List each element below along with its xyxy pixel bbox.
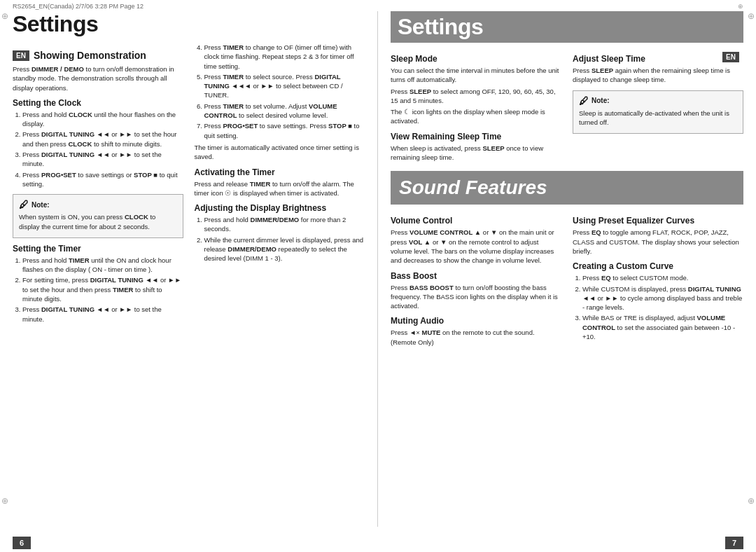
sound-features-title: Sound Features (399, 177, 547, 198)
main-columns: ⊕ Settings EN Showing Demonstration Pres… (0, 11, 756, 534)
note-sleep-text: Sleep is automatically de-activated when… (579, 109, 737, 127)
clock-step-4: Press PROG•SET to save settings or STOP … (22, 170, 183, 189)
adjust-sleep-header-row: Adjust Sleep Time EN (573, 48, 743, 66)
sleep-mode-title: Sleep Mode (391, 54, 561, 64)
adjust-sleep-body: Press SLEEP again when the remaining sle… (573, 66, 743, 85)
note-sleep-box: 🖊 Note: Sleep is automatically de-activa… (573, 90, 743, 134)
note-clock-box: 🖊 Note: When system is ON, you can press… (13, 194, 183, 238)
note-clock-text: When system is ON, you can press CLOCK t… (19, 212, 177, 231)
file-info: RS2654_EN(Canada) 2/7/06 3:28 PM Page 12 (13, 3, 144, 10)
activating-timer-title: Activating the Timer (195, 167, 365, 177)
volume-control-body: Press VOLUME CONTROL ▲ or ▼ on the main … (391, 228, 561, 265)
using-preset-eq-title: Using Preset Equalizer Curves (573, 216, 743, 226)
left-col: EN Showing Demonstration Press DIMMER / … (13, 43, 183, 326)
clock-step-3: Press DIGITAL TUNING ◄◄ or ►► to set the… (22, 150, 183, 169)
page-numbers: 6 7 (0, 534, 756, 552)
left-content-cols: EN Showing Demonstration Press DIMMER / … (13, 43, 365, 326)
creating-custom-curve-title: Creating a Custom Curve (573, 261, 743, 271)
meta-bar: RS2654_EN(Canada) 2/7/06 3:28 PM Page 12… (0, 0, 756, 11)
bass-boost-body: Press BASS BOOST to turn on/off boosting… (391, 283, 561, 311)
setting-timer-steps: Press and hold TIMER until the ON and cl… (13, 256, 183, 324)
note-icon: 🖊 (19, 199, 29, 210)
page-crosshair-top: ⊕ (738, 3, 743, 10)
timer-step-4: Press TIMER to change to OF (timer off t… (204, 43, 365, 71)
setting-clock-steps: Press and hold CLOCK until the hour flas… (13, 110, 183, 188)
clock-step-1: Press and hold CLOCK until the hour flas… (22, 110, 183, 129)
adjust-sleep-title: Adjust Sleep Time (573, 54, 645, 64)
timer-step-3: Press DIGITAL TUNING ◄◄ or ►► to set the… (22, 305, 183, 324)
clock-step-2: Press DIGITAL TUNING ◄◄ or ►► to set the… (22, 130, 183, 149)
sleep-mode-body2: Press SLEEP to select among OFF, 120, 90… (391, 87, 561, 106)
left-page: ⊕ Settings EN Showing Demonstration Pres… (7, 11, 378, 527)
setting-clock-title: Setting the Clock (13, 98, 183, 108)
note-sleep-title: Note: (592, 97, 610, 104)
setting-timer-title: Setting the Timer (13, 244, 183, 254)
timer-step-6: Press TIMER to set volume. Adjust VOLUME… (204, 102, 365, 120)
sound-features-cols: Volume Control Press VOLUME CONTROL ▲ or… (391, 210, 743, 349)
left-page-number: 6 (13, 537, 31, 549)
crosshair-bottom-right: ⊕ (748, 496, 755, 506)
right-page-number: 7 (725, 537, 743, 549)
bass-boost-title: Bass Boost (391, 271, 561, 281)
adjusting-brightness-title: Adjusting the Display Brightness (195, 203, 365, 213)
note-clock-title: Note: (31, 201, 50, 209)
timer-step-7: Press PROG•SET to save settings. Press S… (204, 121, 365, 140)
en-badge-right: EN (722, 52, 739, 62)
sleep-mode-body3: The ☾ icon lights on the display when sl… (391, 107, 561, 126)
crosshair-bottom-left: ⊕ (1, 496, 8, 506)
sound-features-header: Sound Features (391, 171, 743, 205)
timer-auto-note: The timer is automatically activated onc… (195, 143, 365, 162)
crosshair-top-right: ⊕ (748, 11, 755, 21)
note-sleep-label: 🖊 Note: (579, 95, 737, 106)
timer-step-5: Press TIMER to select source. Press DIGI… (204, 72, 365, 100)
crosshair-top-left: ⊕ (1, 11, 8, 21)
brightness-steps: Press and hold DIMMER/DEMO for more than… (195, 215, 365, 263)
timer-steps-4-7: Press TIMER to change to OF (timer off t… (195, 43, 365, 140)
page-container: RS2654_EN(Canada) 2/7/06 3:28 PM Page 12… (0, 0, 756, 552)
note-clock-label: 🖊 Note: (19, 199, 177, 210)
custom-curve-steps: Press EQ to select CUSTOM mode. While CU… (573, 273, 743, 341)
showing-demo-body: Press DIMMER / DEMO to turn on/off demon… (13, 64, 183, 92)
activating-timer-body: Press and release TIMER to turn on/off t… (195, 179, 365, 198)
brightness-step-2: While the current dimmer level is displa… (204, 235, 365, 263)
right-page: ⊕ Settings Sleep Mode You can select the… (378, 11, 749, 527)
custom-curve-step-3: While BAS or TRE is displayed, adjust VO… (582, 313, 743, 341)
right-left-col: Sleep Mode You can select the time inter… (391, 48, 561, 164)
sound-right-col: Using Preset Equalizer Curves Press EQ t… (573, 210, 743, 349)
custom-curve-step-2: While CUSTOM is displayed, press DIGITAL… (582, 284, 743, 312)
en-badge-left: EN (13, 50, 29, 61)
showing-demo-title: Showing Demonstration (34, 50, 146, 61)
showing-demo-header: EN Showing Demonstration (13, 50, 183, 61)
sound-left-col: Volume Control Press VOLUME CONTROL ▲ or… (391, 210, 561, 349)
muting-audio-title: Muting Audio (391, 316, 561, 326)
right-page-header-band: Settings (391, 11, 743, 43)
right-page-title: Settings (398, 14, 483, 39)
custom-curve-step-1: Press EQ to select CUSTOM mode. (582, 273, 743, 282)
right-settings-cols: Sleep Mode You can select the time inter… (391, 48, 743, 164)
using-preset-eq-body: Press EQ to toggle among FLAT, ROCK, POP… (573, 228, 743, 256)
timer-step-2: For setting time, press DIGITAL TUNING ◄… (22, 275, 183, 303)
view-remaining-body: When sleep is activated, press SLEEP onc… (391, 144, 561, 163)
brightness-step-1: Press and hold DIMMER/DEMO for more than… (204, 215, 365, 234)
volume-control-title: Volume Control (391, 216, 561, 226)
right-right-col: Adjust Sleep Time EN Press SLEEP again w… (573, 48, 743, 164)
timer-step-1: Press and hold TIMER until the ON and cl… (22, 256, 183, 275)
left-page-right-col: Press TIMER to change to OF (timer off t… (195, 43, 365, 326)
note-sleep-icon: 🖊 (579, 95, 589, 106)
muting-audio-body: Press ◄× MUTE on the remote to cut the s… (391, 328, 561, 347)
left-page-title: Settings (13, 11, 365, 37)
sleep-mode-body1: You can select the time interval in minu… (391, 66, 561, 85)
view-remaining-title: View Remaining Sleep Time (391, 132, 561, 142)
